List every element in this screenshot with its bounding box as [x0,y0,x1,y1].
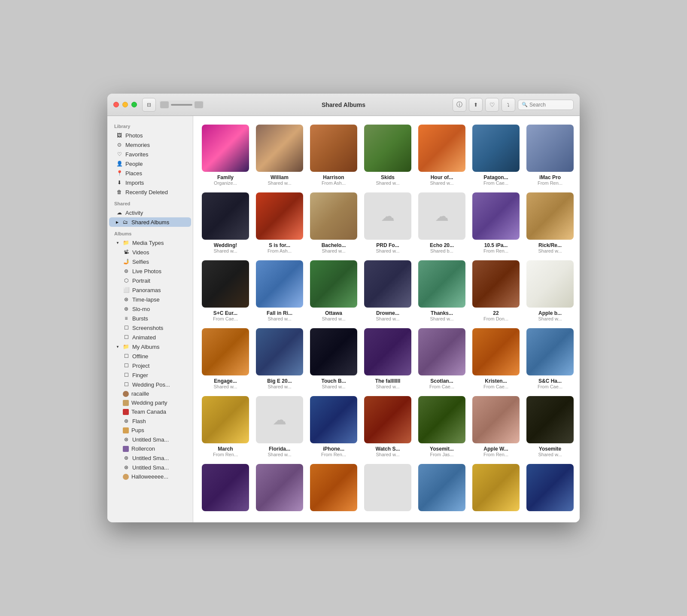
album-item[interactable]: Touch B...Shared w... [310,328,357,389]
share-button[interactable]: ⬆ [469,98,483,112]
album-item[interactable]: Engage...Shared w... [202,328,249,389]
sidebar-item-pups[interactable]: Pups [109,426,191,435]
search-box[interactable]: 🔍 [518,100,574,110]
sidebar-item-favorites[interactable]: ♡ Favorites [109,149,191,159]
album-item[interactable]: 22From Don... [472,260,520,321]
sidebar-item-team-canada[interactable]: Team Canada [109,407,191,416]
sidebar-item-places[interactable]: 📍 Places [109,168,191,178]
album-item[interactable]: S&C Ha...From Cae... [526,328,574,389]
album-item[interactable]: S+C Eur...From Cae... [202,260,249,321]
sidebar-item-finger[interactable]: ☐ Finger [109,370,191,380]
wedding-party-icon [123,400,129,406]
sidebar-item-recently-deleted[interactable]: 🗑 Recently Deleted [109,187,191,197]
album-item[interactable]: MarchFrom Ren... [202,396,249,457]
minimize-button[interactable] [122,102,128,107]
sidebar-item-rollercon[interactable]: Rollercon [109,444,191,453]
album-item-partial[interactable] [310,464,357,514]
close-button[interactable] [113,102,119,107]
sidebar-item-wedding-pos[interactable]: ☐ Wedding Pos... [109,380,191,389]
album-item[interactable]: Big E 20...Shared w... [256,328,303,389]
sidebar-item-racaille[interactable]: racaille [109,389,191,398]
offline-icon: ☐ [123,353,130,360]
sidebar-item-slomo[interactable]: ⊛ Slo-mo [109,304,191,314]
window-title: Shared Albums [322,101,365,108]
album-item-partial[interactable] [202,464,249,514]
sidebar-item-my-albums[interactable]: ▼ 📁 My Albums [109,342,191,351]
album-item-partial[interactable] [418,464,465,514]
team-canada-icon [123,409,129,415]
sidebar-item-timelapse[interactable]: ⊛ Time-lapse [109,295,191,304]
album-subtitle: From Cae... [538,384,562,389]
album-item[interactable]: The falllllllShared w... [364,328,411,389]
album-name: Patagon... [483,174,508,180]
sidebar-item-untitled1[interactable]: ⊛ Untitled Sma... [109,435,191,444]
sidebar-item-panoramas[interactable]: ⬜ Panoramas [109,285,191,295]
album-item-partial[interactable] [526,464,574,514]
sidebar-item-media-types[interactable]: ▼ 📁 Media Types [109,238,191,247]
sidebar-item-imports[interactable]: ⬇ Imports [109,178,191,187]
album-item[interactable]: ☁Echo 20...Shared b... [418,192,465,253]
sidebar-item-screenshots[interactable]: ☐ Screenshots [109,323,191,332]
info-button[interactable]: ⓘ [453,98,466,112]
sidebar-item-untitled2[interactable]: ⊛ Untitled Sma... [109,453,191,463]
album-item[interactable]: Fall in Ri...Shared w... [256,260,303,321]
album-item[interactable]: OttawaShared w... [310,260,357,321]
album-item[interactable]: Yosemit...From Jas... [418,396,465,457]
sidebar-item-portrait[interactable]: ⬡ Portrait [109,276,191,285]
sidebar-item-activity[interactable]: ☁ Activity [109,208,191,217]
album-name: Rick/Re... [538,242,562,248]
screenshots-icon: ☐ [123,324,130,331]
album-item[interactable]: Apple W...From Ren... [472,396,520,457]
sidebar-item-project[interactable]: ☐ Project [109,361,191,370]
sidebar-item-photos[interactable]: 🖼 Photos [109,131,191,140]
album-item[interactable]: iPhone...From Ren... [310,396,357,457]
sidebar-item-live-photos[interactable]: ⊚ Live Photos [109,266,191,276]
album-item-partial[interactable] [364,464,411,514]
rollercon-icon [123,446,129,452]
sidebar-item-offline[interactable]: ☐ Offline [109,351,191,361]
album-item[interactable]: 10.5 iPa...From Ren... [472,192,520,253]
sidebar-item-animated[interactable]: ☐ Animated [109,332,191,342]
album-item[interactable]: ☁PRD Fo...Shared w... [364,192,411,253]
album-item[interactable]: Watch S...Shared w... [364,396,411,457]
album-item[interactable]: iMac ProFrom Ren... [526,125,574,186]
album-item[interactable]: FamilyOrganize... [202,125,249,186]
album-item[interactable]: ☁Florida...Shared w... [256,396,303,457]
album-item[interactable]: Scotlan...From Cae... [418,328,465,389]
album-thumbnail [256,192,303,240]
sidebar-item-bursts[interactable]: ≡ Bursts [109,314,191,323]
album-item-partial[interactable] [472,464,520,514]
search-input[interactable] [529,102,570,108]
album-item[interactable]: Rick/Re...Shared w... [526,192,574,253]
album-item[interactable]: Hour of...Shared w... [418,125,465,186]
sidebar-item-people[interactable]: 👤 People [109,159,191,168]
album-item[interactable]: YosemiteShared w... [526,396,574,457]
album-thumbnail [256,328,303,375]
sidebar-item-wedding-party[interactable]: Wedding party [109,398,191,407]
heart-button[interactable]: ♡ [485,98,499,112]
persons-button[interactable]: ⤵ [502,98,515,112]
sidebar: Library 🖼 Photos ⊙ Memories ♡ Favorites … [107,116,193,522]
album-item[interactable]: Drowne...Shared w... [364,260,411,321]
sidebar-item-flash[interactable]: ⊛ Flash [109,416,191,426]
sidebar-toggle-button[interactable]: ⊟ [142,98,156,112]
album-item[interactable]: SkidsShared w... [364,125,411,186]
sidebar-item-memories[interactable]: ⊙ Memories [109,140,191,149]
sidebar-item-videos[interactable]: 📽 Videos [109,247,191,257]
album-subtitle: Shared w... [268,384,291,389]
album-item[interactable]: WilliamShared w... [256,125,303,186]
sidebar-item-shared-albums[interactable]: ▶ 🗂 Shared Albums [109,217,191,227]
album-item[interactable]: Patagon...From Cae... [472,125,520,186]
sidebar-item-selfies[interactable]: 🤳 Selfies [109,257,191,266]
album-item[interactable]: Wedding!Shared w... [202,192,249,253]
album-item[interactable]: Kristen...From Cae... [472,328,520,389]
album-item[interactable]: S is for...From Ash... [256,192,303,253]
album-item-partial[interactable] [256,464,303,514]
album-item[interactable]: Bachelo...Shared w... [310,192,357,253]
maximize-button[interactable] [131,102,137,107]
sidebar-item-untitled3[interactable]: ⊛ Untitled Sma... [109,463,191,472]
album-item[interactable]: Thanks...Shared w... [418,260,465,321]
album-item[interactable]: HarrisonFrom Ash... [310,125,357,186]
album-item[interactable]: Apple b...Shared w... [526,260,574,321]
sidebar-item-halloweeeee[interactable]: Halloweeeee... [109,472,191,481]
